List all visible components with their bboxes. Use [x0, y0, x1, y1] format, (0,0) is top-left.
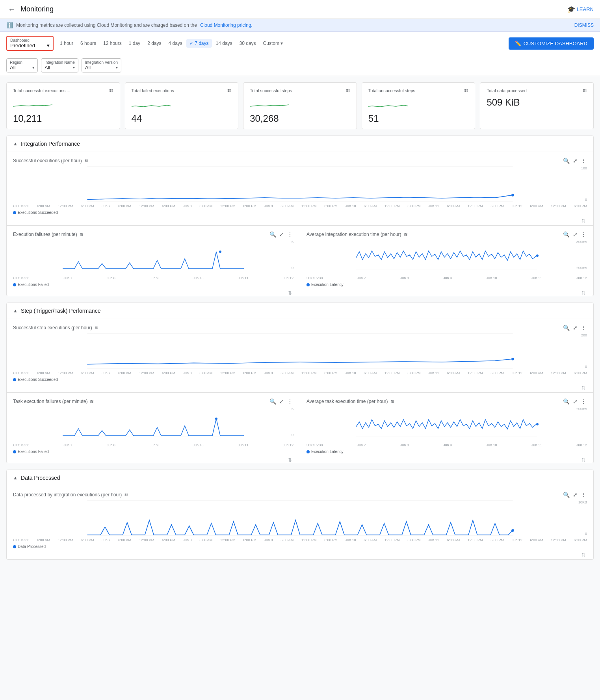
scroll-icon: ⇅ — [581, 385, 585, 391]
chart-zoom-button[interactable]: 🔍 — [562, 397, 570, 405]
chart-info-icon: ≋ — [80, 232, 84, 237]
section-header[interactable]: ▲ Data Processed — [7, 470, 593, 486]
dismiss-button[interactable]: DISMISS — [574, 22, 594, 28]
time-btn-7d[interactable]: ✓ 7 days — [186, 39, 212, 48]
integration-name-select[interactable]: All ▾ — [45, 65, 75, 71]
chart-legend: Data Processed — [13, 543, 587, 552]
collapse-icon: ▲ — [13, 308, 18, 314]
metric-mini-chart — [13, 98, 52, 110]
y-max-label: 10KB — [578, 500, 587, 504]
time-btn-1d[interactable]: 1 day — [126, 39, 143, 48]
chart-area: 100 0 — [13, 166, 587, 202]
legend-dot — [307, 283, 310, 286]
data-processed-chart: Data processed by integration executions… — [7, 486, 593, 559]
svg-point-2 — [511, 194, 514, 197]
dashboard-select[interactable]: Predefined ▾ — [10, 43, 50, 48]
chart-menu-button[interactable]: ⋮ — [286, 230, 293, 238]
time-btn-2d[interactable]: 2 days — [144, 39, 164, 48]
chart-header: Average task execution time (per hour) ≋… — [307, 397, 587, 405]
chart-actions: 🔍 ⤢ ⋮ — [562, 491, 587, 499]
chart-menu-button[interactable]: ⋮ — [580, 397, 587, 405]
chart-x-axis: UTC+5:30Jun 7Jun 8Jun 9Jun 10Jun 11Jun 1… — [307, 442, 587, 448]
integration-name-filter[interactable]: Integration Name All ▾ — [41, 58, 78, 72]
scroll-icon: ⇅ — [581, 457, 585, 463]
chart-scroll[interactable]: ⇅ — [13, 457, 293, 463]
collapse-icon: ▲ — [13, 475, 18, 481]
chart-zoom-button[interactable]: 🔍 — [269, 397, 277, 405]
data-processed-section: ▲ Data Processed Data processed by integ… — [6, 470, 594, 560]
chart-actions: 🔍 ⤢ ⋮ — [562, 324, 587, 332]
legend-dot — [13, 283, 16, 286]
chart-expand-button[interactable]: ⤢ — [572, 324, 578, 332]
chart-header: Data processed by integration executions… — [13, 491, 587, 499]
metric-card-header: Total successful executions ... ≋ — [13, 87, 113, 94]
chart-scroll[interactable]: ⇅ — [13, 552, 587, 559]
chart-title: Data processed by integration executions… — [13, 492, 128, 498]
region-select[interactable]: All ▾ — [10, 65, 34, 71]
chart-zoom-button[interactable]: 🔍 — [562, 324, 570, 332]
scroll-icon: ⇅ — [581, 290, 585, 296]
metric-mini-chart — [132, 98, 171, 110]
legend-dot — [13, 545, 16, 548]
metric-card-failed-executions: Total failed executions ≋ 44 — [125, 82, 239, 129]
chart-expand-button[interactable]: ⤢ — [279, 230, 285, 238]
chart-expand-button[interactable]: ⤢ — [572, 491, 578, 499]
info-icon: ℹ️ — [6, 22, 13, 28]
chart-svg — [307, 240, 587, 269]
chart-header: Successful executions (per hour) ≋ 🔍 ⤢ ⋮ — [13, 157, 587, 165]
chart-expand-button[interactable]: ⤢ — [572, 397, 578, 405]
metric-card-header: Total unsuccessful steps ≋ — [368, 87, 469, 94]
chart-expand-button[interactable]: ⤢ — [572, 230, 578, 238]
chart-scroll[interactable]: ⇅ — [13, 290, 293, 296]
chart-zoom-button[interactable]: 🔍 — [562, 230, 570, 238]
learn-button[interactable]: 🎓 LEARN — [567, 6, 594, 13]
dashboard-select-wrapper[interactable]: Dashboard Predefined ▾ — [6, 36, 54, 51]
integration-version-filter[interactable]: Integration Version All ▾ — [82, 58, 121, 72]
metric-value: 51 — [368, 113, 469, 124]
chart-expand-button[interactable]: ⤢ — [572, 157, 578, 165]
time-btn-1h[interactable]: 1 hour — [57, 39, 76, 48]
y-max-label: 5 — [292, 407, 293, 411]
section-header[interactable]: ▲ Integration Performance — [7, 136, 593, 152]
chart-scroll[interactable]: ⇅ — [13, 385, 587, 392]
integration-version-select[interactable]: All ▾ — [85, 65, 118, 71]
chart-zoom-button[interactable]: 🔍 — [562, 491, 570, 499]
chart-menu-button[interactable]: ⋮ — [580, 230, 587, 238]
cloud-monitoring-link[interactable]: Cloud Monitoring pricing. — [200, 22, 253, 28]
customize-dashboard-button[interactable]: ✏️ CUSTOMIZE DASHBOARD — [509, 37, 594, 50]
top-bar-right: 🎓 LEARN — [567, 6, 594, 13]
info-text: Monitoring metrics are collected using C… — [16, 22, 197, 28]
time-btn-14d[interactable]: 14 days — [213, 39, 236, 48]
y-max-label: 5 — [292, 240, 293, 244]
time-btn-12h[interactable]: 12 hours — [100, 39, 125, 48]
metric-cards: Total successful executions ... ≋ 10,211… — [6, 82, 594, 129]
chart-menu-button[interactable]: ⋮ — [580, 324, 587, 332]
chart-scroll[interactable]: ⇅ — [307, 457, 587, 463]
region-filter[interactable]: Region All ▾ — [6, 58, 38, 72]
section-header[interactable]: ▲ Step (Trigger/Task) Performance — [7, 303, 593, 319]
chart-header: Task execution failures (per minute) ≋ 🔍… — [13, 397, 293, 405]
metric-card-header: Total successful steps ≋ — [250, 87, 350, 94]
integration-name-label: Integration Name — [45, 60, 75, 65]
chart-title: Task execution failures (per minute) ≋ — [13, 399, 94, 404]
chart-expand-button[interactable]: ⤢ — [279, 397, 285, 405]
chart-zoom-button[interactable]: 🔍 — [269, 230, 277, 238]
y-min-label: 0 — [585, 532, 587, 536]
chart-actions: 🔍 ⤢ ⋮ — [269, 230, 293, 238]
chart-scroll[interactable]: ⇅ — [307, 290, 587, 296]
chart-scroll[interactable]: ⇅ — [13, 218, 587, 225]
chart-x-axis: UTC+5:306:00 AM12:00 PM6:00 PMJun 76:00 … — [13, 370, 587, 376]
metric-card-icon: ≋ — [109, 87, 113, 94]
time-btn-custom[interactable]: Custom ▾ — [260, 39, 286, 48]
chart-legend: Executions Succeeded — [13, 376, 587, 385]
chart-menu-button[interactable]: ⋮ — [286, 397, 293, 405]
back-button[interactable]: ← — [6, 3, 17, 15]
time-btn-30d[interactable]: 30 days — [236, 39, 259, 48]
chart-menu-button[interactable]: ⋮ — [580, 491, 587, 499]
time-btn-6h[interactable]: 6 hours — [77, 39, 99, 48]
chart-menu-button[interactable]: ⋮ — [580, 157, 587, 165]
successful-executions-chart: Successful executions (per hour) ≋ 🔍 ⤢ ⋮… — [7, 152, 593, 225]
chart-zoom-button[interactable]: 🔍 — [562, 157, 570, 165]
customize-label: CUSTOMIZE DASHBOARD — [524, 41, 587, 46]
time-btn-4d[interactable]: 4 days — [165, 39, 185, 48]
